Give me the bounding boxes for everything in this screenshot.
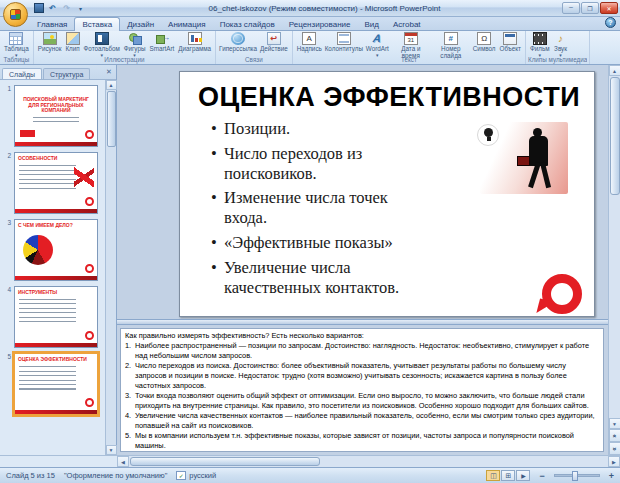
- slideshow-view-button[interactable]: [516, 470, 530, 481]
- spellcheck-icon[interactable]: [176, 471, 186, 480]
- wordart-icon: [370, 32, 384, 45]
- slide-thumbnail[interactable]: 5 ОЦЕНКА ЭФФЕКТИВНОСТИ: [2, 353, 104, 415]
- slide-title[interactable]: ОЦЕНКА ЭФФЕКТИВНОСТИ: [198, 82, 576, 113]
- ribbon-button[interactable]: SmartArt: [147, 31, 176, 53]
- slide-thumbnail[interactable]: 2 ОСОБЕННОСТИ: [2, 152, 104, 214]
- ribbon-button[interactable]: Диаграмма: [176, 31, 213, 53]
- thumbnail-logo-icon: [85, 398, 94, 407]
- ribbon-tab[interactable]: Показ слайдов: [213, 18, 282, 30]
- sidebar-scrollbar[interactable]: [105, 80, 116, 455]
- scrollbar-thumb[interactable]: [610, 77, 620, 195]
- picture-icon: [43, 32, 57, 45]
- slide-canvas[interactable]: ОЦЕНКА ЭФФЕКТИВНОСТИ Позиции.Число перех…: [179, 71, 595, 317]
- previous-slide-button[interactable]: [609, 429, 620, 442]
- ribbon-group-buttons: Гиперссылка Действие: [218, 31, 290, 55]
- sidebar-bottom-strip: [0, 455, 117, 467]
- slide-thumbnail[interactable]: 1 ПОИСКОВЫЙ МАРКЕТИНГ ДЛЯ РЕГИОНАЛЬНЫХ К…: [2, 85, 104, 147]
- slide-thumbnail-canvas[interactable]: ОЦЕНКА ЭФФЕКТИВНОСТИ: [14, 353, 98, 415]
- save-icon[interactable]: [32, 2, 45, 14]
- ribbon-button[interactable]: Колонтитулы: [324, 31, 364, 53]
- redo-icon[interactable]: [60, 2, 73, 14]
- slide-thumbnail-canvas[interactable]: С ЧЕМ ИМЕЕМ ДЕЛО?: [14, 219, 98, 281]
- ribbon-button[interactable]: Фильм: [528, 31, 552, 58]
- bullet-item: Число переходов из поисковиков.: [210, 144, 418, 184]
- ribbon-button[interactable]: Гиперссылка: [218, 31, 258, 53]
- maximize-button[interactable]: [581, 2, 599, 14]
- zoom-slider-thumb[interactable]: [572, 471, 578, 481]
- ribbon-button[interactable]: Фигуры: [122, 31, 148, 58]
- notes-item: 5. Мы в компании используем т.н. эффекти…: [125, 431, 599, 451]
- ribbon-button[interactable]: Таблица: [2, 31, 31, 58]
- symbol-icon: [477, 32, 491, 45]
- scroll-left-icon[interactable]: [117, 456, 129, 467]
- hscroll-thumb[interactable]: [130, 457, 320, 466]
- zoom-out-icon[interactable]: −: [539, 471, 544, 481]
- scroll-up-icon[interactable]: [609, 65, 620, 76]
- ribbon-tab[interactable]: Acrobat: [386, 18, 428, 30]
- slide-thumbnail[interactable]: 3 С ЧЕМ ИМЕЕМ ДЕЛО?: [2, 219, 104, 281]
- ribbon-button[interactable]: Звук: [552, 31, 570, 58]
- slide-thumbnail-canvas[interactable]: ОСОБЕННОСТИ: [14, 152, 98, 214]
- businessman-image[interactable]: [480, 122, 568, 194]
- notes-splitter[interactable]: [117, 319, 608, 325]
- horizontal-scrollbar[interactable]: [117, 455, 620, 467]
- notes-pane[interactable]: Как правильно измерять эффективность? Ес…: [120, 328, 604, 452]
- slide-body-text[interactable]: Позиции.Число переходов из поисковиков.И…: [210, 119, 418, 297]
- zoom-slider[interactable]: [554, 474, 600, 477]
- slide-thumbnail-canvas[interactable]: ПОИСКОВЫЙ МАРКЕТИНГ ДЛЯ РЕГИОНАЛЬНЫХ КОМ…: [14, 85, 98, 147]
- ribbon-tab[interactable]: Главная: [30, 18, 74, 30]
- thumbnail-list: 1 ПОИСКОВЫЙ МАРКЕТИНГ ДЛЯ РЕГИОНАЛЬНЫХ К…: [0, 80, 116, 455]
- qat-dropdown-icon[interactable]: [74, 2, 87, 14]
- notes-item-number: 1.: [125, 341, 135, 361]
- close-button[interactable]: [600, 2, 618, 14]
- ribbon-button[interactable]: Действие: [258, 31, 290, 53]
- slide-sorter-view-button[interactable]: [501, 470, 515, 481]
- ribbon-tab[interactable]: Рецензирование: [282, 18, 358, 30]
- chart-icon: [188, 32, 202, 45]
- ribbon-group: Гиперссылка Действие Связи: [216, 31, 293, 64]
- ribbon-button[interactable]: Рисунок: [36, 31, 64, 53]
- ribbon-tab[interactable]: Дизайн: [120, 18, 161, 30]
- sidebar-scroll-down-icon[interactable]: [106, 445, 117, 455]
- undo-icon[interactable]: [46, 2, 59, 14]
- shapes-icon: [128, 32, 142, 45]
- ribbon-button[interactable]: Фотоальбом: [82, 31, 122, 58]
- bullet-item: Изменение числа точек входа.: [210, 188, 418, 228]
- movie-icon: [533, 32, 547, 45]
- person-body: [529, 136, 548, 166]
- ribbon-tab[interactable]: Вид: [358, 18, 386, 30]
- ribbon-button-label: Объект: [500, 46, 521, 53]
- ribbon-button[interactable]: WordArt: [364, 31, 391, 58]
- panel-tab[interactable]: Структура: [43, 68, 90, 79]
- ribbon-tab[interactable]: Анимация: [161, 18, 213, 30]
- ribbon-group-label: Таблицы: [2, 55, 31, 64]
- next-slide-button[interactable]: [609, 442, 620, 455]
- company-logo[interactable]: [542, 274, 582, 314]
- ribbon-button[interactable]: Символ: [471, 31, 498, 53]
- help-icon[interactable]: [605, 17, 616, 28]
- ribbon-button[interactable]: Объект: [498, 31, 523, 53]
- editor-area: ОЦЕНКА ЭФФЕКТИВНОСТИ Позиции.Число перех…: [117, 65, 620, 455]
- status-bar: Слайд 5 из 15 "Оформление по умолчанию" …: [0, 467, 620, 483]
- zoom-in-icon[interactable]: +: [609, 471, 614, 481]
- scroll-down-icon[interactable]: [609, 418, 620, 429]
- ribbon-button[interactable]: Клип: [63, 31, 81, 53]
- normal-view-button[interactable]: [486, 470, 500, 481]
- ribbon-button-label: Действие: [260, 46, 288, 53]
- ribbon-tab[interactable]: Вставка: [74, 17, 120, 31]
- sidebar-scrollbar-thumb[interactable]: [107, 91, 116, 147]
- sound-icon: [554, 32, 568, 45]
- minimize-button[interactable]: [562, 2, 580, 14]
- office-button[interactable]: [3, 2, 28, 27]
- ribbon-group: Рисунок Клип Фотоальбом Фигуры SmartArt: [34, 31, 216, 64]
- vertical-scrollbar[interactable]: [608, 65, 620, 455]
- close-panel-icon[interactable]: [104, 67, 114, 77]
- panel-tab[interactable]: Слайды: [2, 68, 42, 79]
- slide-thumbnail-canvas[interactable]: ИНСТРУМЕНТЫ: [14, 286, 98, 348]
- sidebar-scroll-up-icon[interactable]: [106, 80, 117, 90]
- scroll-right-icon[interactable]: [608, 456, 620, 467]
- slide-thumbnail[interactable]: 4 ИНСТРУМЕНТЫ: [2, 286, 104, 348]
- panel-tabs: СлайдыСтруктура: [0, 65, 116, 80]
- smartart-icon: [155, 32, 169, 45]
- ribbon-button[interactable]: Надпись: [295, 31, 324, 53]
